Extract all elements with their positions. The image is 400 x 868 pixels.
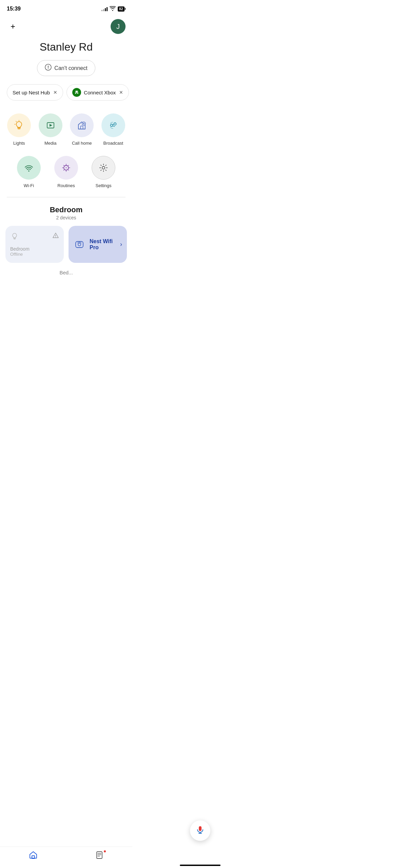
svg-line-27 bbox=[68, 170, 69, 170]
room-device-count: 2 devices bbox=[0, 215, 132, 220]
svg-line-29 bbox=[64, 170, 64, 170]
nest-wifi-icon bbox=[73, 238, 85, 251]
battery-icon: 82 bbox=[118, 6, 126, 12]
section-divider bbox=[7, 197, 126, 197]
action-grid: Lights Media Call home bbox=[0, 110, 132, 149]
device-active-info: Nest Wifi Pro bbox=[90, 238, 116, 251]
svg-point-4 bbox=[75, 92, 76, 94]
device-cards: Bedroom Offline Nest Wifi Pro › bbox=[0, 226, 132, 263]
chip-close-icon[interactable]: ✕ bbox=[53, 90, 57, 95]
media-icon bbox=[45, 120, 56, 131]
svg-point-36 bbox=[78, 243, 81, 246]
device-card-top bbox=[10, 232, 59, 243]
device-offline-name: Bedroom bbox=[10, 246, 59, 252]
svg-point-21 bbox=[65, 167, 67, 168]
lights-circle bbox=[7, 113, 31, 137]
cant-connect-text: Can't connect bbox=[54, 65, 87, 71]
suggestion-chip-nest-hub[interactable]: Set up Nest Hub ✕ bbox=[7, 84, 63, 101]
suggestion-chips: Set up Nest Hub ✕ Connect Xbox ✕ bbox=[0, 84, 132, 101]
svg-point-34 bbox=[55, 237, 56, 238]
media-label: Media bbox=[44, 141, 56, 146]
add-button[interactable]: + bbox=[7, 20, 19, 33]
app-header: + J bbox=[0, 15, 132, 38]
svg-point-2 bbox=[48, 68, 49, 69]
call-home-label: Call home bbox=[72, 141, 92, 146]
svg-point-5 bbox=[77, 92, 78, 94]
call-home-icon bbox=[76, 120, 88, 131]
suggestion-chip-label: Set up Nest Hub bbox=[13, 90, 50, 95]
device-warning-icon bbox=[52, 232, 59, 240]
svg-marker-12 bbox=[50, 124, 52, 127]
avatar[interactable]: J bbox=[111, 19, 126, 34]
routines-icon bbox=[60, 162, 72, 174]
chip-xbox-close-icon[interactable]: ✕ bbox=[119, 90, 123, 95]
chevron-right-icon: › bbox=[120, 241, 122, 248]
svg-line-26 bbox=[64, 165, 64, 166]
action-broadcast[interactable]: Broadcast bbox=[98, 110, 129, 149]
device-card-bedroom-light[interactable]: Bedroom Offline bbox=[5, 226, 64, 263]
broadcast-label: Broadcast bbox=[103, 141, 123, 146]
action-lights[interactable]: Lights bbox=[3, 110, 35, 149]
settings-circle bbox=[92, 156, 115, 180]
home-title: Stanley Rd bbox=[0, 38, 132, 60]
signal-icon bbox=[101, 6, 108, 11]
broadcast-circle bbox=[101, 113, 125, 137]
wifi-label: Wi-Fi bbox=[24, 183, 34, 188]
routines-label: Routines bbox=[57, 183, 75, 188]
wifi-icon bbox=[110, 6, 116, 12]
action-call-home[interactable]: Call home bbox=[66, 110, 98, 149]
wifi-action-icon bbox=[23, 162, 35, 174]
svg-line-28 bbox=[68, 165, 69, 166]
device-active-name: Nest Wifi Pro bbox=[90, 238, 116, 251]
room-name: Bedroom bbox=[0, 205, 132, 214]
warning-circle-icon bbox=[45, 64, 52, 72]
status-bar: 15:39 82 bbox=[0, 0, 132, 15]
xbox-icon bbox=[72, 88, 81, 97]
action-media[interactable]: Media bbox=[35, 110, 66, 149]
cant-connect-container: Can't connect bbox=[0, 60, 132, 76]
suggestion-chip-xbox-label: Connect Xbox bbox=[84, 90, 116, 95]
svg-point-30 bbox=[102, 166, 105, 169]
status-icons: 82 bbox=[101, 6, 126, 12]
cant-connect-pill[interactable]: Can't connect bbox=[37, 60, 95, 76]
svg-point-19 bbox=[28, 170, 30, 172]
lights-label: Lights bbox=[13, 141, 25, 146]
device-offline-status: Offline bbox=[10, 252, 59, 257]
svg-point-17 bbox=[110, 124, 113, 127]
broadcast-icon bbox=[108, 120, 119, 131]
scroll-hint: Bed... bbox=[0, 270, 132, 309]
action-routines[interactable]: Routines bbox=[47, 152, 85, 192]
suggestion-chip-xbox[interactable]: Connect Xbox ✕ bbox=[66, 84, 129, 101]
call-home-circle bbox=[70, 113, 94, 137]
light-icon bbox=[10, 232, 19, 243]
routines-circle bbox=[54, 156, 78, 180]
action-wifi[interactable]: Wi-Fi bbox=[10, 152, 47, 192]
settings-icon bbox=[98, 162, 109, 173]
room-section: Bedroom 2 devices bbox=[0, 205, 132, 220]
wifi-circle bbox=[17, 156, 41, 180]
device-card-nest-wifi[interactable]: Nest Wifi Pro › bbox=[69, 226, 127, 263]
svg-rect-13 bbox=[81, 126, 83, 129]
action-grid-2: Wi-Fi Routines Set bbox=[0, 152, 132, 192]
settings-label: Settings bbox=[96, 183, 112, 188]
lightbulb-icon bbox=[13, 120, 25, 131]
media-circle bbox=[39, 113, 62, 137]
status-time: 15:39 bbox=[7, 6, 21, 12]
action-settings[interactable]: Settings bbox=[85, 152, 122, 192]
svg-line-9 bbox=[16, 121, 17, 122]
